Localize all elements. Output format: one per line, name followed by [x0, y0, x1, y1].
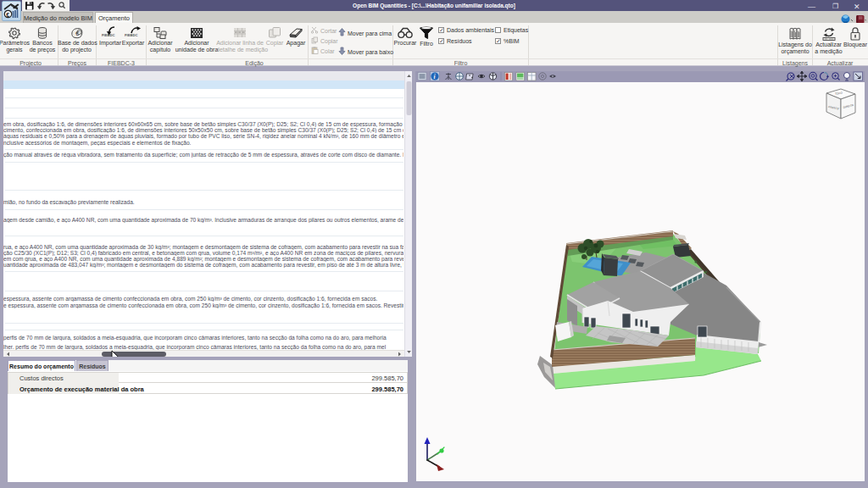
svg-text:FIEBDC: FIEBDC: [125, 33, 138, 37]
svg-text:€: €: [6, 12, 9, 18]
